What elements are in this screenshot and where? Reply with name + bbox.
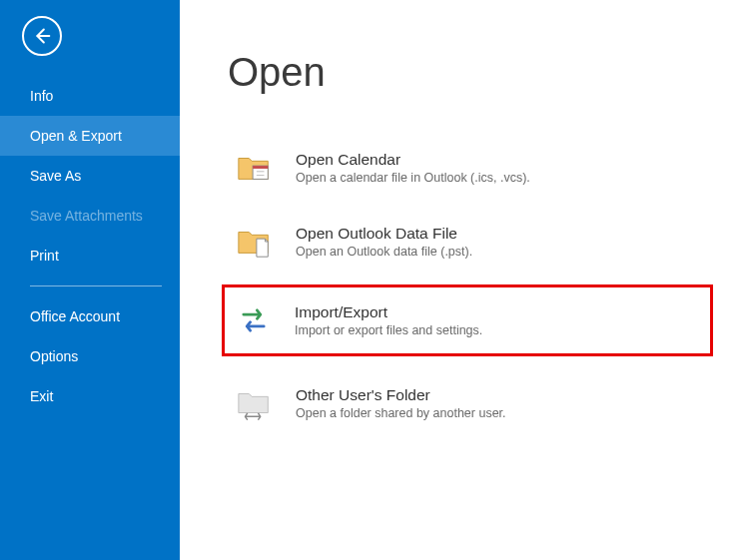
sidebar-item-print[interactable]: Print xyxy=(0,236,180,276)
sidebar-item-options[interactable]: Options xyxy=(0,336,180,376)
sidebar-divider xyxy=(30,285,162,286)
option-other-users-folder[interactable]: Other User's Folder Open a folder shared… xyxy=(228,372,723,434)
sidebar-item-save-attachments: Save Attachments xyxy=(0,196,180,236)
sidebar-item-save-as[interactable]: Save As xyxy=(0,156,180,196)
option-open-calendar[interactable]: Open Calendar Open a calendar file in Ou… xyxy=(228,137,723,199)
shared-folder-icon xyxy=(236,384,274,422)
data-file-folder-icon xyxy=(236,223,274,261)
option-desc: Open an Outlook data file (.pst). xyxy=(296,245,472,259)
option-title: Open Outlook Data File xyxy=(296,225,472,243)
svg-rect-2 xyxy=(253,166,268,169)
calendar-folder-icon xyxy=(236,149,274,187)
sidebar-item-office-account[interactable]: Office Account xyxy=(0,296,180,336)
import-export-icon xyxy=(235,301,273,339)
option-open-data-file[interactable]: Open Outlook Data File Open an Outlook d… xyxy=(228,211,723,273)
option-desc: Open a folder shared by another user. xyxy=(296,406,506,420)
option-title: Open Calendar xyxy=(296,151,530,169)
main-content: Open Open Calendar Open a calendar file … xyxy=(180,0,753,560)
sidebar-item-open-export[interactable]: Open & Export xyxy=(0,116,180,156)
option-title: Other User's Folder xyxy=(296,386,506,404)
arrow-left-icon xyxy=(31,25,53,47)
sidebar-item-info[interactable]: Info xyxy=(0,76,180,116)
option-import-export[interactable]: Import/Export Import or export files and… xyxy=(222,284,713,356)
option-title: Import/Export xyxy=(295,303,482,321)
option-desc: Import or export files and settings. xyxy=(295,323,482,337)
option-desc: Open a calendar file in Outlook (.ics, .… xyxy=(296,171,530,185)
sidebar: Info Open & Export Save As Save Attachme… xyxy=(0,0,180,560)
sidebar-item-exit[interactable]: Exit xyxy=(0,376,180,416)
back-button[interactable] xyxy=(22,16,62,56)
page-title: Open xyxy=(228,50,723,95)
